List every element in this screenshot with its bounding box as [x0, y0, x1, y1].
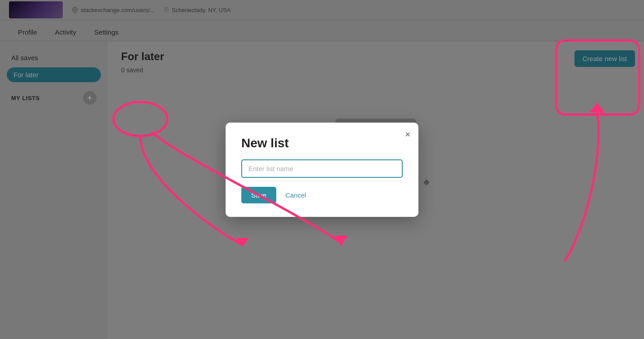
- modal-overlay[interactable]: × New list Save Cancel: [0, 0, 644, 339]
- new-list-modal: × New list Save Cancel: [226, 123, 418, 217]
- modal-close-button[interactable]: ×: [405, 129, 410, 140]
- modal-actions: Save Cancel: [241, 187, 403, 203]
- modal-title: New list: [241, 136, 403, 150]
- modal-save-button[interactable]: Save: [241, 187, 276, 203]
- list-name-input[interactable]: [241, 159, 403, 178]
- modal-cancel-button[interactable]: Cancel: [285, 191, 306, 199]
